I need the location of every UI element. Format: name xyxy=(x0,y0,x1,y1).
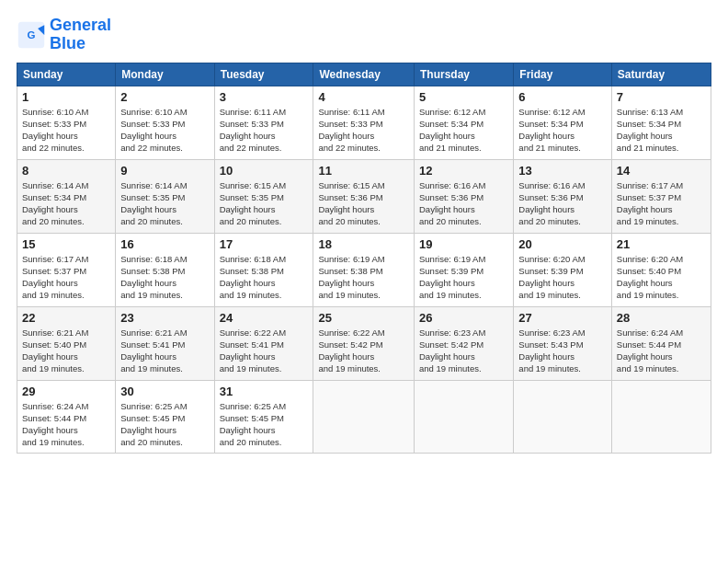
calendar-cell: 31 Sunrise: 6:25 AM Sunset: 5:45 PM Dayl… xyxy=(214,380,313,453)
calendar-week-row: 1 Sunrise: 6:10 AM Sunset: 5:33 PM Dayli… xyxy=(17,86,711,159)
day-number: 25 xyxy=(318,311,409,325)
weekday-header-saturday: Saturday xyxy=(611,63,711,86)
day-number: 7 xyxy=(617,90,706,104)
day-info: Sunrise: 6:17 AM Sunset: 5:37 PM Dayligh… xyxy=(22,253,110,302)
day-info: Sunrise: 6:17 AM Sunset: 5:37 PM Dayligh… xyxy=(617,179,706,228)
day-info: Sunrise: 6:16 AM Sunset: 5:36 PM Dayligh… xyxy=(518,179,607,228)
calendar-cell: 11 Sunrise: 6:15 AM Sunset: 5:36 PM Dayl… xyxy=(313,159,415,233)
day-info: Sunrise: 6:24 AM Sunset: 5:44 PM Dayligh… xyxy=(22,400,110,449)
day-info: Sunrise: 6:12 AM Sunset: 5:34 PM Dayligh… xyxy=(419,106,508,155)
calendar-cell: 14 Sunrise: 6:17 AM Sunset: 5:37 PM Dayl… xyxy=(611,159,711,233)
calendar-cell xyxy=(415,380,514,453)
day-number: 4 xyxy=(318,90,409,104)
day-number: 10 xyxy=(220,164,309,178)
day-number: 30 xyxy=(120,385,209,398)
calendar-cell: 27 Sunrise: 6:23 AM Sunset: 5:43 PM Dayl… xyxy=(514,306,612,380)
day-number: 14 xyxy=(617,164,706,178)
weekday-header-thursday: Thursday xyxy=(415,63,514,86)
calendar-cell: 24 Sunrise: 6:22 AM Sunset: 5:41 PM Dayl… xyxy=(214,306,313,380)
day-number: 1 xyxy=(22,90,110,104)
calendar-week-row: 22 Sunrise: 6:21 AM Sunset: 5:40 PM Dayl… xyxy=(17,306,711,380)
day-info: Sunrise: 6:12 AM Sunset: 5:34 PM Dayligh… xyxy=(518,106,607,155)
day-number: 2 xyxy=(120,90,209,104)
day-info: Sunrise: 6:24 AM Sunset: 5:44 PM Dayligh… xyxy=(617,327,706,375)
day-number: 16 xyxy=(120,237,209,251)
day-number: 26 xyxy=(419,311,508,325)
calendar-week-row: 15 Sunrise: 6:17 AM Sunset: 5:37 PM Dayl… xyxy=(17,233,711,306)
day-info: Sunrise: 6:21 AM Sunset: 5:40 PM Dayligh… xyxy=(22,327,110,375)
calendar-cell: 28 Sunrise: 6:24 AM Sunset: 5:44 PM Dayl… xyxy=(611,306,711,380)
calendar-cell: 21 Sunrise: 6:20 AM Sunset: 5:40 PM Dayl… xyxy=(611,233,711,306)
calendar-week-row: 29 Sunrise: 6:24 AM Sunset: 5:44 PM Dayl… xyxy=(17,380,711,453)
calendar-cell: 25 Sunrise: 6:22 AM Sunset: 5:42 PM Dayl… xyxy=(313,306,415,380)
day-number: 11 xyxy=(318,164,409,178)
day-number: 17 xyxy=(220,237,309,251)
calendar-cell: 5 Sunrise: 6:12 AM Sunset: 5:34 PM Dayli… xyxy=(415,86,514,159)
day-number: 23 xyxy=(120,311,209,325)
calendar-cell: 4 Sunrise: 6:11 AM Sunset: 5:33 PM Dayli… xyxy=(313,86,415,159)
day-info: Sunrise: 6:18 AM Sunset: 5:38 PM Dayligh… xyxy=(120,253,209,302)
day-info: Sunrise: 6:23 AM Sunset: 5:42 PM Dayligh… xyxy=(419,327,508,375)
day-info: Sunrise: 6:15 AM Sunset: 5:36 PM Dayligh… xyxy=(318,179,409,228)
weekday-header-monday: Monday xyxy=(116,63,214,86)
calendar-cell xyxy=(514,380,612,453)
day-info: Sunrise: 6:10 AM Sunset: 5:33 PM Dayligh… xyxy=(22,106,110,155)
day-number: 21 xyxy=(617,237,706,251)
calendar-cell: 23 Sunrise: 6:21 AM Sunset: 5:41 PM Dayl… xyxy=(116,306,214,380)
day-number: 6 xyxy=(518,90,607,104)
calendar-cell: 17 Sunrise: 6:18 AM Sunset: 5:38 PM Dayl… xyxy=(214,233,313,306)
calendar-cell: 1 Sunrise: 6:10 AM Sunset: 5:33 PM Dayli… xyxy=(17,86,116,159)
calendar-cell: 9 Sunrise: 6:14 AM Sunset: 5:35 PM Dayli… xyxy=(116,159,214,233)
day-number: 12 xyxy=(419,164,508,178)
day-number: 3 xyxy=(220,90,309,104)
day-info: Sunrise: 6:14 AM Sunset: 5:35 PM Dayligh… xyxy=(120,179,209,228)
day-info: Sunrise: 6:10 AM Sunset: 5:33 PM Dayligh… xyxy=(120,106,209,155)
calendar-cell: 19 Sunrise: 6:19 AM Sunset: 5:39 PM Dayl… xyxy=(415,233,514,306)
svg-text:G: G xyxy=(28,29,36,40)
calendar-cell: 3 Sunrise: 6:11 AM Sunset: 5:33 PM Dayli… xyxy=(214,86,313,159)
calendar-cell: 7 Sunrise: 6:13 AM Sunset: 5:34 PM Dayli… xyxy=(611,86,711,159)
day-number: 22 xyxy=(22,311,110,325)
calendar-cell: 20 Sunrise: 6:20 AM Sunset: 5:39 PM Dayl… xyxy=(514,233,612,306)
logo-icon: G xyxy=(17,20,46,50)
day-info: Sunrise: 6:18 AM Sunset: 5:38 PM Dayligh… xyxy=(220,253,309,302)
weekday-header-friday: Friday xyxy=(514,63,612,86)
calendar-cell: 10 Sunrise: 6:15 AM Sunset: 5:35 PM Dayl… xyxy=(214,159,313,233)
day-number: 5 xyxy=(419,90,508,104)
day-number: 20 xyxy=(518,237,607,251)
day-info: Sunrise: 6:22 AM Sunset: 5:41 PM Dayligh… xyxy=(220,327,309,375)
header: G General Blue xyxy=(17,17,711,53)
calendar-cell: 30 Sunrise: 6:25 AM Sunset: 5:45 PM Dayl… xyxy=(116,380,214,453)
day-number: 13 xyxy=(518,164,607,178)
calendar-cell: 15 Sunrise: 6:17 AM Sunset: 5:37 PM Dayl… xyxy=(17,233,116,306)
weekday-header-sunday: Sunday xyxy=(17,63,116,86)
logo-blue: Blue xyxy=(50,34,85,52)
page: G General Blue SundayMondayTuesdayWednes… xyxy=(0,0,728,563)
day-number: 29 xyxy=(22,385,110,398)
day-number: 8 xyxy=(22,164,110,178)
day-info: Sunrise: 6:21 AM Sunset: 5:41 PM Dayligh… xyxy=(120,327,209,375)
logo-general: General xyxy=(50,16,111,34)
calendar-header-row: SundayMondayTuesdayWednesdayThursdayFrid… xyxy=(17,63,711,86)
day-info: Sunrise: 6:19 AM Sunset: 5:39 PM Dayligh… xyxy=(419,253,508,302)
day-number: 18 xyxy=(318,237,409,251)
day-number: 28 xyxy=(617,311,706,325)
calendar-cell: 6 Sunrise: 6:12 AM Sunset: 5:34 PM Dayli… xyxy=(514,86,612,159)
day-info: Sunrise: 6:23 AM Sunset: 5:43 PM Dayligh… xyxy=(518,327,607,375)
day-number: 15 xyxy=(22,237,110,251)
day-number: 27 xyxy=(518,311,607,325)
calendar-cell: 13 Sunrise: 6:16 AM Sunset: 5:36 PM Dayl… xyxy=(514,159,612,233)
calendar-cell: 8 Sunrise: 6:14 AM Sunset: 5:34 PM Dayli… xyxy=(17,159,116,233)
calendar-cell xyxy=(313,380,415,453)
day-number: 19 xyxy=(419,237,508,251)
calendar-week-row: 8 Sunrise: 6:14 AM Sunset: 5:34 PM Dayli… xyxy=(17,159,711,233)
weekday-header-wednesday: Wednesday xyxy=(313,63,415,86)
day-number: 24 xyxy=(220,311,309,325)
day-info: Sunrise: 6:20 AM Sunset: 5:39 PM Dayligh… xyxy=(518,253,607,302)
calendar-cell: 16 Sunrise: 6:18 AM Sunset: 5:38 PM Dayl… xyxy=(116,233,214,306)
day-info: Sunrise: 6:20 AM Sunset: 5:40 PM Dayligh… xyxy=(617,253,706,302)
calendar-cell xyxy=(611,380,711,453)
day-info: Sunrise: 6:11 AM Sunset: 5:33 PM Dayligh… xyxy=(318,106,409,155)
day-number: 9 xyxy=(120,164,209,178)
calendar-cell: 22 Sunrise: 6:21 AM Sunset: 5:40 PM Dayl… xyxy=(17,306,116,380)
